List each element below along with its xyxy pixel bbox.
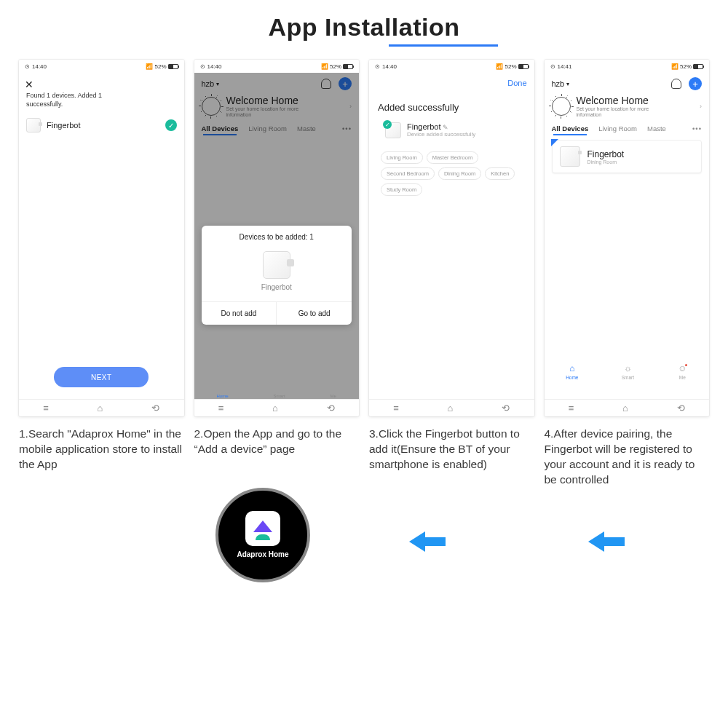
edit-icon[interactable]: ✎ bbox=[443, 124, 448, 131]
bottom-tabbar: Home Smart Me bbox=[194, 392, 360, 400]
flow-arrow-icon bbox=[588, 531, 625, 552]
tabs-more-icon[interactable]: ••• bbox=[692, 124, 702, 132]
tab-me[interactable]: ☺Me bbox=[677, 363, 687, 380]
room-option[interactable]: Kitchen bbox=[485, 167, 515, 180]
add-device-modal: Devices to be added: 1 Fingerbot Do not … bbox=[202, 226, 352, 325]
tab-smart[interactable]: ☼Smart bbox=[622, 363, 634, 380]
tab-living-room[interactable]: Living Room bbox=[598, 124, 637, 132]
device-row[interactable]: Fingerbot ✓ bbox=[26, 118, 177, 132]
added-successfully-title: Added successfully bbox=[378, 102, 459, 113]
app-icon bbox=[245, 511, 280, 546]
battery-pct: 52% bbox=[154, 63, 166, 70]
time: 14:40 bbox=[32, 63, 47, 70]
room-option[interactable]: Master Bedroom bbox=[427, 151, 478, 164]
device-name: Fingerbot bbox=[47, 121, 80, 130]
android-navbar: ≡⌂⟲ bbox=[19, 399, 184, 416]
found-devices-text: Found 1 devices. Added 1 successfully. bbox=[26, 92, 114, 108]
android-navbar: ≡⌂⟲ bbox=[545, 399, 710, 416]
device-added-sub: Device added successfully bbox=[407, 131, 475, 138]
flow-arrow-icon bbox=[409, 531, 446, 552]
device-icon bbox=[560, 146, 580, 167]
title-underline bbox=[389, 44, 498, 47]
screen-4: ⊙14:41 📶52% hzb▾ + Welcome Home Set your… bbox=[545, 60, 710, 416]
sun-icon bbox=[552, 97, 571, 116]
welcome-title: Welcome Home bbox=[577, 95, 664, 106]
caption-1: 1.Search "Adaprox Home" in the mobile ap… bbox=[19, 427, 184, 488]
status-bar: ⊙14:40 📶52% bbox=[369, 60, 534, 73]
status-bar: ⊙14:40 📶52% bbox=[19, 60, 184, 73]
caption-4: 4.After device pairing, the Fingerbot wi… bbox=[545, 427, 710, 488]
rooms-selector: Living Room Master Bedroom Second Bedroo… bbox=[381, 151, 523, 196]
captions-row: 1.Search "Adaprox Home" in the mobile ap… bbox=[0, 416, 728, 488]
screens-row: ⊙14:40 📶52% ✕ Found 1 devices. Added 1 s… bbox=[0, 60, 728, 416]
welcome-subtitle: Set your home location for more informat… bbox=[577, 106, 664, 117]
tab-master[interactable]: Maste bbox=[647, 124, 666, 132]
android-navbar: ≡⌂⟲ bbox=[369, 399, 534, 416]
next-button[interactable]: NEXT bbox=[54, 367, 149, 387]
new-device-marker bbox=[551, 139, 558, 146]
tab-all-devices[interactable]: All Devices bbox=[552, 124, 589, 132]
app-bubble: Adaprox Home bbox=[215, 488, 310, 582]
device-tabs: All Devices Living Room Maste ••• bbox=[545, 120, 710, 134]
done-button[interactable]: Done bbox=[507, 79, 526, 87]
device-icon bbox=[26, 118, 41, 132]
screen-2: ⊙14:40 📶52% hzb▾ + Welcome Home Set your… bbox=[194, 60, 360, 416]
mic-icon[interactable] bbox=[671, 79, 681, 89]
go-to-add-button[interactable]: Go to add bbox=[277, 302, 352, 325]
account-name[interactable]: hzb bbox=[552, 79, 565, 88]
device-icon bbox=[263, 251, 290, 279]
do-not-add-button[interactable]: Do not add bbox=[202, 302, 277, 325]
add-icon[interactable]: + bbox=[689, 77, 702, 90]
added-device-row: ✓ Fingerbot✎ Device added successfully bbox=[385, 122, 475, 138]
status-bar: ⊙14:40 📶52% bbox=[194, 60, 360, 73]
home-header: hzb▾ + bbox=[545, 73, 710, 90]
room-option[interactable]: Living Room bbox=[381, 151, 423, 164]
page-title: App Installation bbox=[0, 0, 728, 44]
screen-3: ⊙14:40 📶52% Done Added successfully ✓ Fi… bbox=[369, 60, 534, 416]
close-icon[interactable]: ✕ bbox=[25, 79, 33, 90]
status-bar: ⊙14:41 📶52% bbox=[545, 60, 710, 73]
bottom-tabbar: ⌂Home ☼Smart ☺Me bbox=[545, 363, 710, 380]
caption-2: 2.Open the App and go to the “Add a devi… bbox=[194, 427, 360, 488]
modal-device-name: Fingerbot bbox=[261, 283, 292, 291]
tab-home[interactable]: ⌂Home bbox=[566, 363, 578, 380]
room-option[interactable]: Study Room bbox=[381, 183, 422, 196]
device-card[interactable]: Fingerbot Dining Room bbox=[552, 140, 703, 173]
room-option[interactable]: Second Bedroom bbox=[381, 167, 435, 180]
check-icon: ✓ bbox=[383, 120, 392, 129]
device-name: Fingerbot bbox=[587, 149, 625, 159]
screen-1: ⊙14:40 📶52% ✕ Found 1 devices. Added 1 s… bbox=[19, 60, 184, 416]
device-name: Fingerbot bbox=[407, 122, 440, 131]
device-room: Dining Room bbox=[587, 159, 625, 165]
android-navbar: ≡⌂⟲ bbox=[194, 399, 360, 416]
device-icon: ✓ bbox=[385, 122, 401, 138]
app-label: Adaprox Home bbox=[237, 550, 288, 558]
caption-3: 3.Click the Fingerbot button to add it(E… bbox=[369, 427, 534, 488]
room-option[interactable]: Dining Room bbox=[438, 167, 481, 180]
modal-title: Devices to be added: 1 bbox=[202, 226, 352, 245]
welcome-row[interactable]: Welcome Home Set your home location for … bbox=[545, 90, 710, 120]
bottom-row: Adaprox Home bbox=[0, 488, 728, 619]
check-icon: ✓ bbox=[165, 119, 177, 131]
